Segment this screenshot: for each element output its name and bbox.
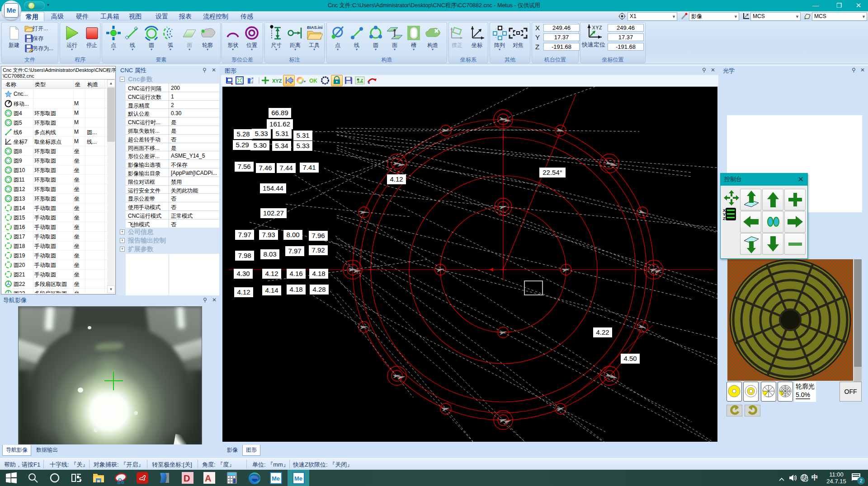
svg-text:7.46: 7.46	[259, 164, 272, 172]
svg-text:BIAS.ini: BIAS.ini	[307, 25, 323, 30]
svg-text:4.30: 4.30	[236, 270, 250, 277]
svg-text:5.34: 5.34	[275, 142, 288, 150]
svg-text:4.22: 4.22	[596, 328, 609, 336]
svg-text:102.27: 102.27	[263, 209, 284, 217]
svg-text:7.44: 7.44	[279, 164, 292, 172]
svg-text:7.97: 7.97	[238, 231, 251, 238]
svg-text:4.12: 4.12	[265, 270, 278, 277]
svg-text:5.31: 5.31	[296, 131, 309, 139]
svg-text:5.29: 5.29	[236, 141, 249, 149]
svg-text:161.62: 161.62	[269, 120, 290, 128]
svg-text:Me: Me	[272, 475, 280, 482]
svg-text:8.03: 8.03	[263, 250, 276, 258]
svg-text:4.14: 4.14	[265, 286, 278, 294]
svg-text:4.12: 4.12	[237, 288, 250, 296]
svg-text:66.89: 66.89	[271, 109, 288, 117]
svg-text:D: D	[184, 473, 190, 483]
svg-text:XYZ: XYZ	[272, 78, 282, 84]
svg-text:4.16: 4.16	[289, 270, 302, 277]
svg-text:A: A	[205, 473, 211, 483]
svg-text:4.18: 4.18	[312, 270, 325, 277]
svg-text:7.41: 7.41	[302, 164, 316, 171]
svg-text:OK: OK	[309, 78, 317, 84]
svg-text:154.44: 154.44	[263, 184, 283, 192]
svg-text:▾: ▾	[304, 79, 306, 84]
svg-text:4.12: 4.12	[390, 175, 403, 183]
svg-text:7.56: 7.56	[237, 163, 250, 170]
svg-text:7.92: 7.92	[311, 246, 325, 254]
svg-text:5.31: 5.31	[275, 130, 288, 137]
svg-text:Z: Z	[723, 216, 726, 221]
svg-text:4.50: 4.50	[623, 355, 637, 362]
svg-text:7.97: 7.97	[288, 247, 301, 255]
svg-text:5.33: 5.33	[296, 142, 309, 150]
svg-text:22.54°: 22.54°	[542, 168, 562, 176]
svg-text:8.00: 8.00	[286, 231, 299, 238]
svg-text:XYZ: XYZ	[592, 25, 602, 30]
svg-text:7.93: 7.93	[262, 231, 275, 238]
svg-text:7.96: 7.96	[311, 232, 325, 239]
svg-text:4.18: 4.18	[289, 285, 302, 293]
svg-text:5.30: 5.30	[253, 141, 266, 149]
svg-text:5.28: 5.28	[236, 130, 250, 138]
svg-text:7.98: 7.98	[238, 252, 251, 259]
svg-text:Me: Me	[294, 475, 302, 482]
svg-text:5.33: 5.33	[255, 130, 268, 137]
svg-text:4.28: 4.28	[312, 285, 326, 293]
